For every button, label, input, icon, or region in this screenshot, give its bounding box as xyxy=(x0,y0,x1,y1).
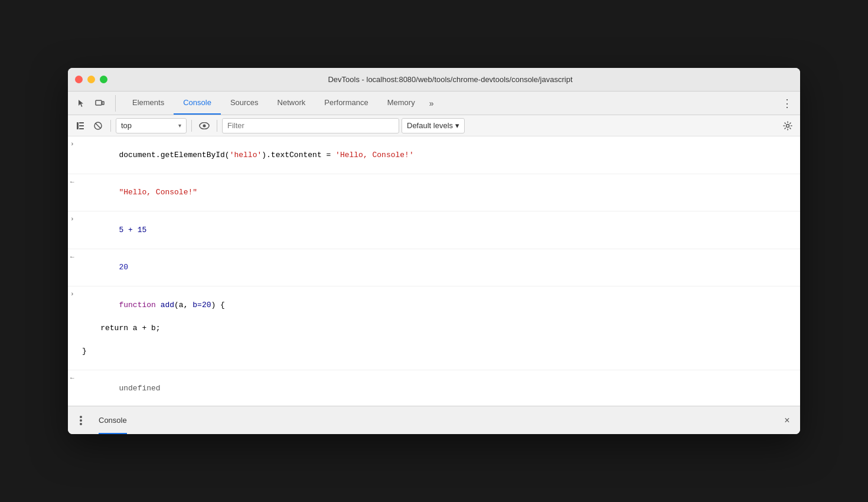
devtools-window: DevTools - localhost:8080/web/tools/chro… xyxy=(68,68,800,434)
tabs: Elements Console Sources Network Perform… xyxy=(123,92,451,115)
clear-console-button[interactable] xyxy=(73,118,88,133)
minimize-button[interactable] xyxy=(87,76,95,83)
console-entry: ← 20 xyxy=(68,249,800,287)
devtools-menu-button[interactable]: ⋮ xyxy=(779,95,795,112)
console-toolbar: top ▾ Default levels ▾ xyxy=(68,115,800,136)
entry-content: 20 xyxy=(82,250,795,285)
tab-sources[interactable]: Sources xyxy=(221,92,268,115)
drawer-menu-button[interactable] xyxy=(73,412,89,429)
input-arrow: › xyxy=(70,139,82,149)
console-entry: › function add(a, b=20) { return a + b; … xyxy=(68,286,800,370)
tab-performance[interactable]: Performance xyxy=(315,92,377,115)
device-icon[interactable] xyxy=(92,95,108,112)
console-entry: › document.getElementById('hello').textC… xyxy=(68,136,800,174)
console-entry: ← "Hello, Console!" xyxy=(68,174,800,212)
output-arrow: ← xyxy=(70,252,82,262)
input-arrow: › xyxy=(70,289,82,299)
console-entry: ← undefined xyxy=(68,370,800,406)
dot xyxy=(80,416,82,418)
output-arrow: ← xyxy=(70,177,82,187)
traffic-lights xyxy=(75,76,107,83)
toolbar-divider-3 xyxy=(217,120,217,132)
more-tabs-button[interactable]: » xyxy=(425,99,439,108)
filter-input[interactable] xyxy=(222,118,399,133)
svg-point-9 xyxy=(203,124,206,127)
dot xyxy=(80,423,82,425)
svg-rect-2 xyxy=(77,122,79,129)
tab-icons xyxy=(73,95,116,112)
console-entry: › 5 + 15 xyxy=(68,211,800,249)
window-title: DevTools - localhost:8080/web/tools/chro… xyxy=(107,75,793,84)
console-output[interactable]: › document.getElementById('hello').textC… xyxy=(68,136,800,406)
context-selector[interactable]: top ▾ xyxy=(116,118,187,133)
settings-button[interactable] xyxy=(780,118,795,133)
entry-content: 5 + 15 xyxy=(82,213,795,247)
entry-content: undefined xyxy=(82,371,795,406)
eye-button[interactable] xyxy=(197,118,212,133)
svg-rect-4 xyxy=(79,125,84,126)
tab-network[interactable]: Network xyxy=(268,92,315,115)
cursor-icon[interactable] xyxy=(73,95,89,112)
levels-selector[interactable]: Default levels ▾ xyxy=(402,118,465,133)
entry-content: document.getElementById('hello').textCon… xyxy=(82,138,795,172)
svg-line-7 xyxy=(96,123,101,128)
block-icon[interactable] xyxy=(90,118,106,133)
tab-elements[interactable]: Elements xyxy=(123,92,174,115)
svg-point-10 xyxy=(787,124,789,127)
input-arrow: › xyxy=(70,214,82,224)
tab-bar: Elements Console Sources Network Perform… xyxy=(68,92,800,115)
drawer-tab-underline xyxy=(99,433,127,434)
maximize-button[interactable] xyxy=(100,76,107,83)
svg-rect-5 xyxy=(79,128,84,129)
svg-rect-0 xyxy=(96,100,102,105)
entry-content: function add(a, b=20) { return a + b; } xyxy=(82,288,795,369)
close-button[interactable] xyxy=(75,76,83,83)
dot xyxy=(80,419,82,422)
svg-rect-3 xyxy=(79,122,84,123)
title-bar: DevTools - localhost:8080/web/tools/chro… xyxy=(68,68,800,92)
drawer-close-button[interactable]: × xyxy=(779,412,795,429)
tab-console[interactable]: Console xyxy=(174,92,221,115)
svg-rect-1 xyxy=(102,102,104,105)
tab-memory[interactable]: Memory xyxy=(378,92,425,115)
output-arrow: ← xyxy=(70,373,82,383)
toolbar-divider-2 xyxy=(191,120,192,132)
drawer-console-tab[interactable]: Console xyxy=(89,406,136,434)
bottom-drawer: Console × xyxy=(68,406,800,434)
toolbar-divider-1 xyxy=(110,120,111,132)
entry-content: "Hello, Console!" xyxy=(82,175,795,210)
